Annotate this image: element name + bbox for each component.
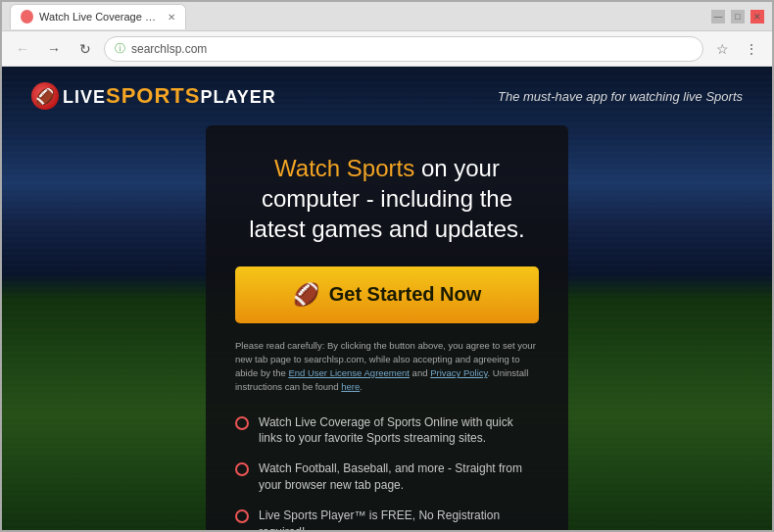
site-header: 🏈 LIVESPORTSPLAYER The must-have app for… (2, 67, 772, 125)
football-icon: 🏈 (293, 282, 319, 308)
get-started-button[interactable]: 🏈 Get Started Now (235, 266, 539, 323)
feature-text-3: Live Sports Player™ is FREE, No Registra… (259, 508, 539, 530)
feature-item-3: Live Sports Player™ is FREE, No Registra… (235, 508, 539, 530)
feature-text-2: Watch Football, Baseball, and more - Str… (259, 460, 539, 494)
maximize-button[interactable]: □ (731, 10, 745, 24)
bookmark-button[interactable]: ☆ (709, 36, 735, 62)
card-heading: Watch Sports on your computer - includin… (235, 153, 539, 245)
feature-dot-1 (235, 416, 249, 430)
logo: 🏈 LIVESPORTSPLAYER (31, 82, 276, 110)
heading-highlight: Watch Sports (274, 155, 414, 181)
feature-item-2: Watch Football, Baseball, and more - Str… (235, 460, 539, 494)
feature-item-1: Watch Live Coverage of Sports Online wit… (235, 414, 539, 448)
address-bar[interactable]: ⓘ searchlsp.com (104, 36, 703, 62)
features-list: Watch Live Coverage of Sports Online wit… (235, 414, 539, 530)
tab-title: Watch Live Coverage of ... (39, 11, 158, 23)
menu-button[interactable]: ⋮ (739, 36, 764, 62)
page-content: 🏈 LIVESPORTSPLAYER The must-have app for… (2, 67, 772, 530)
tab-favicon (21, 10, 33, 24)
browser-tab[interactable]: Watch Live Coverage of ... ✕ (10, 4, 186, 29)
logo-sports: SPORTS (106, 83, 200, 108)
close-button[interactable]: ✕ (750, 10, 764, 24)
here-link[interactable]: here (341, 381, 360, 392)
feature-text-1: Watch Live Coverage of Sports Online wit… (259, 414, 539, 448)
cta-label: Get Started Now (329, 283, 482, 306)
main-card: Watch Sports on your computer - includin… (206, 125, 568, 530)
lock-icon: ⓘ (115, 41, 125, 56)
titlebar-controls: — □ ✕ (711, 10, 764, 24)
feature-dot-2 (235, 462, 249, 476)
refresh-button[interactable]: ↻ (73, 36, 98, 62)
titlebar-left: Watch Live Coverage of ... ✕ (10, 4, 186, 29)
logo-live: LIVE (63, 87, 106, 107)
disclaimer-text: Please read carefully: By clicking the b… (235, 339, 539, 395)
address-text: searchlsp.com (131, 42, 207, 56)
tab-close-button[interactable]: ✕ (168, 12, 175, 23)
logo-player: PLAYER (200, 87, 275, 107)
browser-toolbar: ← → ↻ ⓘ searchlsp.com ☆ ⋮ (2, 31, 772, 67)
logo-text: LIVESPORTSPLAYER (63, 83, 276, 109)
forward-button[interactable]: → (41, 36, 67, 62)
browser-titlebar: Watch Live Coverage of ... ✕ — □ ✕ (2, 2, 772, 31)
privacy-link[interactable]: Privacy Policy (430, 367, 487, 378)
browser-frame: Watch Live Coverage of ... ✕ — □ ✕ ← → ↻… (0, 0, 774, 532)
minimize-button[interactable]: — (711, 10, 725, 24)
header-tagline: The must-have app for watching live Spor… (498, 89, 743, 104)
back-button[interactable]: ← (10, 36, 35, 62)
eula-link[interactable]: End User License Agreement (288, 367, 410, 378)
toolbar-right: ☆ ⋮ (709, 36, 764, 62)
feature-dot-3 (235, 509, 249, 523)
logo-ball-icon: 🏈 (31, 82, 59, 110)
